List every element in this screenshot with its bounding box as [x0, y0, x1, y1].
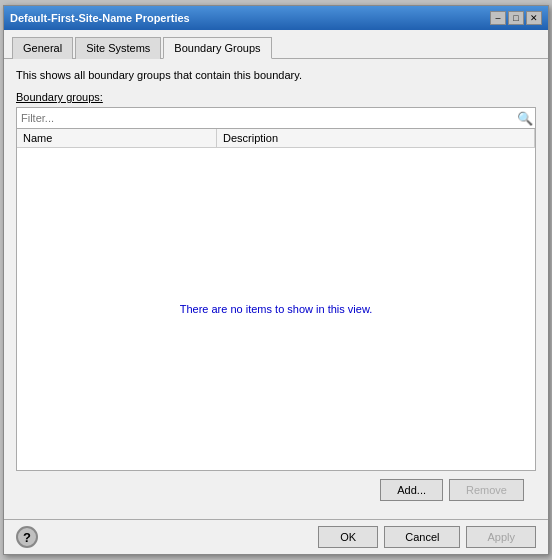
column-description: Description	[217, 129, 535, 147]
tab-site-systems[interactable]: Site Systems	[75, 37, 161, 59]
bottom-bar: ? OK Cancel Apply	[4, 519, 548, 554]
apply-button[interactable]: Apply	[466, 526, 536, 548]
description-text: This shows all boundary groups that cont…	[16, 69, 536, 81]
tab-general[interactable]: General	[12, 37, 73, 59]
window-title: Default-First-Site-Name Properties	[10, 12, 190, 24]
list-header: Name Description	[17, 129, 535, 148]
maximize-button[interactable]: □	[508, 11, 524, 25]
tab-content-area: This shows all boundary groups that cont…	[4, 59, 548, 519]
title-bar-buttons: – □ ✕	[490, 11, 542, 25]
dialog-buttons: OK Cancel Apply	[318, 526, 536, 548]
boundary-groups-list: Name Description There are no items to s…	[16, 129, 536, 471]
help-button[interactable]: ?	[16, 526, 38, 548]
filter-row: 🔍	[16, 107, 536, 129]
remove-button[interactable]: Remove	[449, 479, 524, 501]
add-button[interactable]: Add...	[380, 479, 443, 501]
title-bar: Default-First-Site-Name Properties – □ ✕	[4, 6, 548, 30]
tab-bar: General Site Systems Boundary Groups	[4, 30, 548, 59]
column-name: Name	[17, 129, 217, 147]
list-body: There are no items to show in this view.	[17, 148, 535, 470]
group-label: Boundary groups:	[16, 91, 536, 103]
ok-button[interactable]: OK	[318, 526, 378, 548]
close-button[interactable]: ✕	[526, 11, 542, 25]
search-icon: 🔍	[515, 108, 535, 128]
minimize-button[interactable]: –	[490, 11, 506, 25]
tab-boundary-groups[interactable]: Boundary Groups	[163, 37, 271, 59]
cancel-button[interactable]: Cancel	[384, 526, 460, 548]
dialog-content: General Site Systems Boundary Groups Thi…	[4, 30, 548, 519]
no-items-message: There are no items to show in this view.	[180, 303, 373, 315]
filter-input[interactable]	[17, 110, 515, 126]
properties-dialog: Default-First-Site-Name Properties – □ ✕…	[3, 5, 549, 555]
action-buttons: Add... Remove	[16, 471, 536, 509]
